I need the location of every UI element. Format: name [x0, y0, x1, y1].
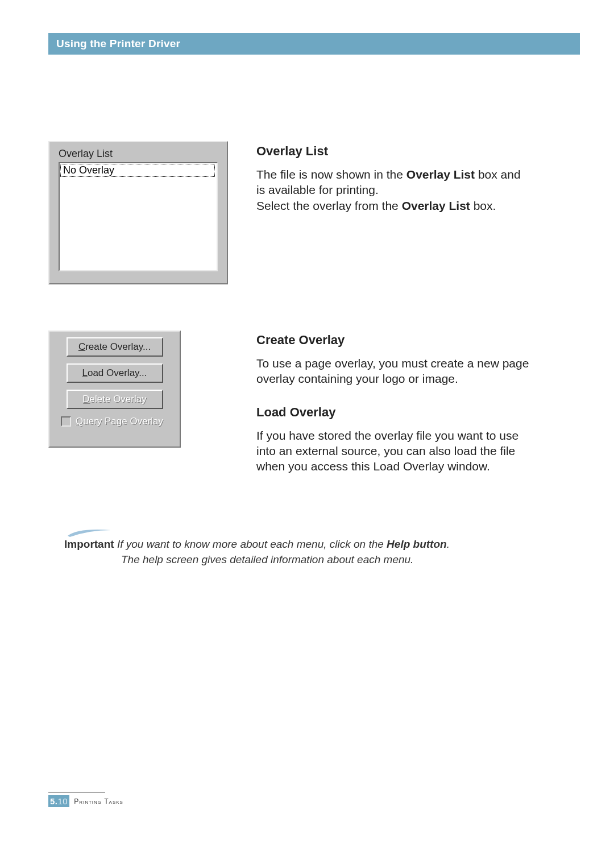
overlay-list-description: Overlay List The file is now shown in th… [256, 144, 528, 213]
create-overlay-button[interactable]: Create Overlay... [67, 337, 163, 357]
heading-overlay-list: Overlay List [256, 144, 528, 159]
section-header-text: Using the Printer Driver [56, 38, 180, 49]
page-footer: 5.10 Printing Tasks [48, 792, 577, 807]
overlay-list-box[interactable]: No Overlay [59, 162, 218, 271]
overlay-buttons-panel: Create Overlay... Load Overlay... Delete… [48, 330, 181, 448]
para-overlay-list: The file is now shown in the Overlay Lis… [256, 167, 528, 213]
overlay-list-label: Overlay List [49, 142, 227, 162]
heading-create-overlay: Create Overlay [256, 333, 529, 348]
query-page-overlay-row: Query Page Overlay [59, 416, 171, 427]
footer-section-label: Printing Tasks [74, 797, 123, 805]
important-note-text: Important If you want to know more about… [64, 537, 536, 567]
para-create-overlay: To use a page overlay, you must create a… [256, 356, 529, 387]
overlay-list-panel: Overlay List No Overlay [48, 141, 228, 284]
load-overlay-button[interactable]: Load Overlay... [67, 363, 163, 383]
section-header: Using the Printer Driver [48, 33, 580, 55]
overlay-actions-description: Create Overlay To use a page overlay, yo… [256, 333, 529, 474]
overlay-list-item-no-overlay[interactable]: No Overlay [60, 164, 215, 177]
important-note: Important If you want to know more about… [64, 527, 536, 567]
swoosh-icon [67, 527, 112, 538]
page-number-badge: 5.10 [48, 795, 69, 807]
query-page-overlay-label: Query Page Overlay [76, 416, 163, 427]
query-page-overlay-checkbox [61, 416, 71, 427]
heading-load-overlay: Load Overlay [256, 405, 529, 420]
para-load-overlay: If you have stored the overlay file you … [256, 428, 529, 474]
delete-overlay-button: Delete Overlay [67, 390, 163, 409]
